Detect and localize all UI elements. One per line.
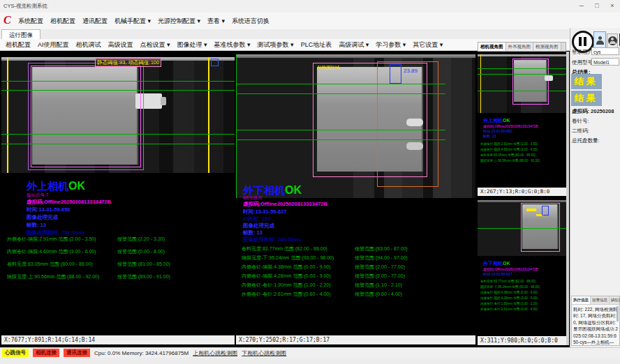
lower-virtual-code: 虚拟码:Offline2025020813313472B [243,201,327,208]
login-user-value[interactable]: cys [591,47,619,55]
model-value[interactable]: Model1 [591,58,619,66]
thumbnail-lower[interactable]: 外下相机OK 虚拟码:Offline2025020813313472B 时间:1… [478,197,566,346]
measure-line [1,90,235,91]
lower-camera-image[interactable]: AI检测区域 23.89 [236,54,475,198]
alarm-range: 报警范围:(2.00 - 77.00) [355,273,405,278]
alarm-range: 报警范围:(1.10 - 2.10) [355,282,402,287]
upper-time: 时间:13-31-59-650 [27,206,71,213]
thumb-upper-readout: X:267;Y:13;R:0;G:0;B:0 [478,188,566,196]
admin-button[interactable] [607,33,618,48]
measure-value: 外侧卷针-隔膜:2.91mm 范围:(2.00 - 3.50) [7,236,117,243]
thumb-measure: 隔膜宽度-下:95.24mm 范围:(93.00 - 98.00) [480,285,540,289]
lower-mes-signal: MES:B:/0 [243,195,262,200]
edge-line-left [480,54,481,113]
tool-ai-config[interactable]: AI使用配置 [38,40,69,50]
menu-camera-config[interactable]: 相机配置 [50,17,75,26]
thumb-tab-hanging-view[interactable]: 外吊视角图 [506,43,534,51]
window-title: CYS-视觉检测系统 [3,3,47,10]
thumb-measure: 外侧卷针-卷针:2.61mm 范围:(0.60 - 4.00) [480,308,538,311]
lower-frame-count: 帧数: 13 [243,229,263,236]
menu-light-config[interactable]: 光源控制配置 ▾ [158,17,200,26]
close-button[interactable]: × [605,0,620,13]
measurement-row: 卷料宽度:83.05mm 范围:(80.00 - 86.00)报警范围:(81.… [7,261,235,268]
edge-line-green [236,54,237,198]
thumb-measure: 隔膜宽度-上:90.56mm 范围:(88.00 - 92.00) [480,159,540,162]
tool-camera-config[interactable]: 相机配置 [6,40,31,50]
tool-test-params[interactable]: 测试项参数 ▾ [258,40,294,50]
menu-items: 系统配置 相机配置 通讯配置 机械手配置 ▾ 光源控制配置 ▾ 查看 ▾ 系统语… [18,13,270,29]
thumbnail-upper[interactable]: 外上相机OK 虚拟码:Offline2025020813313472B 时间:1… [478,52,566,197]
thumb-measure: 内侧卷针-卷针:1.90mm 范围:(1.00 - 2.20) [480,302,538,305]
thumb-upper-code: 虚拟码:Offline2025020813313472B [483,124,538,128]
thumbnail-upper-image [478,54,566,113]
minimize-button[interactable]: ─ [574,0,589,13]
menu-system-config[interactable]: 系统配置 [18,17,43,26]
measurement-row: 内侧卷针-隔膜:4.60mm 范围:(3.00 - 6.00)报警范围:(0.0… [7,248,235,255]
thumb-tab-detect-view[interactable]: 检测视角图 [533,43,561,51]
tool-image-processing[interactable]: 图像处理 ▾ [177,40,207,50]
cpu-memory-readout: Cpu: 0.0% Memory: 3424.41796875M [94,350,189,356]
menu-comm-config[interactable]: 通讯配置 [82,17,108,26]
menu-view[interactable]: 查看 ▾ [207,17,225,26]
lower-camera-heartbeat-link[interactable]: 下相机心跳检测图 [242,349,286,357]
log-tabs: 执行信息 报警信息 缺陷信息 [572,296,619,305]
menu-language-switch[interactable]: 系统语言切换 [232,17,270,26]
thumb-lower-ok: OK [503,261,510,266]
upper-camera-image[interactable]: 静态阈值:93, 动态阈值:100 [1,57,235,173]
roi-outline-magenta [512,59,549,105]
lower-ai-time: AI耗时: 166 [243,215,271,222]
tool-learning-params[interactable]: 学习参数 ▾ [376,40,406,50]
machine-rail [236,54,475,58]
machine-rail [478,54,566,56]
comm-connection-badge: 通讯连接 [64,349,90,357]
thumb-lower-title-text: 外下相机 [483,261,503,266]
upper-cursor-readout: X:7677;Y:891;R:14;G:14;B:14 [1,335,235,344]
tab-run-image[interactable]: 运行图像 [1,29,40,40]
measurement-row: 隔膜宽度-上:90.56mm 范围:(88.00 - 92.00)报警范围:(8… [7,273,235,280]
tool-other-settings[interactable]: 其它设置 ▾ [413,40,443,50]
upper-camera-heartbeat-link[interactable]: 上相机心跳检测图 [193,349,237,357]
lower-time: 时间:13-31-59-627 [243,208,287,215]
tool-advanced-settings[interactable]: 高级设置 [108,40,133,50]
vertical-scrollbar[interactable] [566,52,569,345]
user-icon [596,36,604,45]
connector-tab [545,75,553,81]
tool-advanced-debug[interactable]: 高级调试 ▾ [339,40,369,50]
alarm-range: 报警范围:(0.60 - 4.00) [355,291,402,296]
alarm-range: 报警范围:(83.00 - 87.00) [355,246,408,251]
defect-mark [526,208,536,211]
log-tab-defect[interactable]: 缺陷信息 [610,296,620,304]
thumb-measure: 卷料宽度:83.05mm 范围:(80.00 - 86.00) [480,153,536,157]
thumb-tab-camera-view[interactable]: 相机视角图 [478,43,506,51]
log-tab-execution[interactable]: 执行信息 [572,296,591,304]
thumb-measure: 内侧卷针-隔膜:4.60mm 范围:(3.00 - 6.00) [480,148,538,151]
tray-count-label: 总托盘数量: [572,137,600,144]
upper-frame-count: 帧数: 13 [27,222,46,229]
needle-number-label: 卷针号: [572,118,589,125]
thumb-measure: 卷料宽度:83.77mm 范围:(82.00 - 88.00) [480,280,536,283]
log-scrollbar[interactable] [617,306,619,321]
maximize-button[interactable]: □ [589,0,605,13]
roi-outline-blue [542,206,549,215]
tool-camera-debug[interactable]: 相机调试 [76,40,101,50]
alarm-range: 报警范围:(0.00 - 8.00) [117,249,165,254]
tool-baseline-params[interactable]: 基准线参数 ▾ [214,40,251,50]
tool-spot-check[interactable]: 点检设置 ▾ [140,40,170,50]
app-window: CYS-视觉检测系统 ─ □ × C 系统配置 相机配置 通讯配置 机械手配置 … [0,0,620,364]
menu-robot-config[interactable]: 机械手配置 ▾ [115,17,151,26]
edge-line-right [208,57,209,173]
thumbnail-tabs: 相机视角图 外吊视角图 检测视角图 [478,42,566,52]
upper-camera-result: 外上相机OK [27,180,85,193]
thumb-upper-ok: OK [503,118,510,123]
thumb-upper-title-text: 外上相机 [483,118,503,123]
camera-connection-badge: 相机连接 [33,349,59,357]
tool-plc-address[interactable]: PLC地址表 [301,40,332,50]
measure-line [478,91,566,91]
qr-code-label: 二维码: [572,128,589,135]
thumb-lower-title: 外下相机OK [483,260,510,267]
edge-line-left [7,57,8,173]
alarm-range: 报警范围:(2.20 - 3.20) [117,236,165,241]
heartbeat-badge: 心跳信号 [2,349,29,357]
measure-value: 内侧卷针-卷针:1.90mm 范围:(1.00 - 2.20) [242,282,355,289]
log-tab-alarm[interactable]: 报警信息 [591,296,610,304]
